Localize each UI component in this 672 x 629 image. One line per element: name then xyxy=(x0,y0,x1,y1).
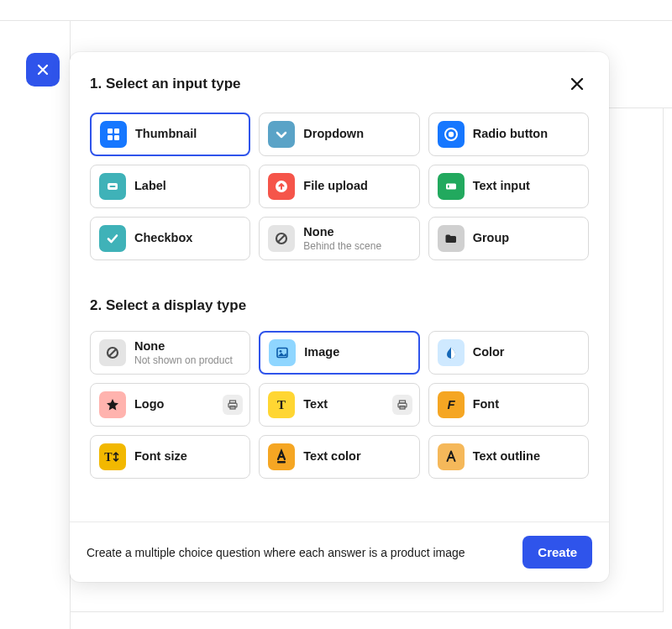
footer-description: Create a multiple choice question where … xyxy=(87,546,465,559)
input-option-group[interactable]: Group xyxy=(428,217,589,260)
option-sublabel: Not shown on product xyxy=(134,354,233,366)
input-option-text-input[interactable]: Text input xyxy=(428,165,589,208)
option-label: Checkbox xyxy=(134,231,192,245)
display-type-grid: None Not shown on product Image Color xyxy=(90,331,589,479)
svg-rect-2 xyxy=(108,135,113,140)
option-label: Radio button xyxy=(473,127,548,141)
svg-line-14 xyxy=(109,349,116,356)
svg-line-12 xyxy=(278,235,285,242)
option-label: File upload xyxy=(303,179,368,193)
droplet-icon xyxy=(438,339,465,366)
input-option-file-upload[interactable]: File upload xyxy=(259,165,419,208)
display-option-text-color[interactable]: Text color xyxy=(259,435,419,479)
display-option-font[interactable]: F Font xyxy=(428,383,589,427)
display-option-text[interactable]: T Text xyxy=(259,383,419,427)
close-icon xyxy=(570,76,585,92)
input-option-label[interactable]: Label xyxy=(90,165,250,208)
svg-rect-0 xyxy=(108,128,113,134)
panel-close-button[interactable] xyxy=(26,53,60,86)
create-question-modal: 1. Select an input type Thumbnail Dropdo… xyxy=(70,52,609,582)
input-type-heading: 1. Select an input type xyxy=(90,76,241,92)
display-option-color[interactable]: Color xyxy=(428,331,589,375)
option-label: Text outline xyxy=(473,449,540,464)
create-button[interactable]: Create xyxy=(522,536,592,569)
text-outline-icon xyxy=(438,443,465,470)
display-option-none[interactable]: None Not shown on product xyxy=(90,331,250,375)
printer-badge xyxy=(392,395,412,415)
svg-point-16 xyxy=(280,350,282,353)
printer-icon xyxy=(396,399,408,411)
printer-badge xyxy=(223,395,243,415)
star-icon xyxy=(99,391,126,418)
option-label: Image xyxy=(304,345,339,359)
input-option-checkbox[interactable]: Checkbox xyxy=(90,217,250,260)
option-label: Font size xyxy=(134,449,187,464)
option-label: Thumbnail xyxy=(135,127,197,141)
font-icon: F xyxy=(438,391,465,418)
none-icon xyxy=(268,225,295,252)
svg-rect-10 xyxy=(448,186,449,188)
input-option-radio[interactable]: Radio button xyxy=(428,113,589,156)
display-option-image[interactable]: Image xyxy=(259,331,419,375)
text-color-icon xyxy=(268,443,295,470)
option-label: Text input xyxy=(473,179,530,193)
option-label: Text color xyxy=(303,449,360,464)
option-label: None xyxy=(303,225,381,239)
input-option-dropdown[interactable]: Dropdown xyxy=(259,113,419,156)
thumbnail-icon xyxy=(100,121,127,148)
svg-rect-9 xyxy=(446,184,456,190)
radio-icon xyxy=(438,121,465,148)
folder-icon xyxy=(438,225,465,252)
input-option-none[interactable]: None Behind the scene xyxy=(259,217,419,260)
image-icon xyxy=(269,339,296,366)
text-icon: T xyxy=(268,391,295,418)
svg-text:T: T xyxy=(277,398,286,411)
display-option-text-outline[interactable]: Text outline xyxy=(428,435,589,479)
option-label: Logo xyxy=(134,397,164,411)
option-label: None xyxy=(134,339,233,354)
chevron-down-icon xyxy=(268,121,295,148)
input-type-grid: Thumbnail Dropdown Radio button Label xyxy=(90,113,589,260)
svg-rect-1 xyxy=(114,128,119,134)
modal-footer: Create a multiple choice question where … xyxy=(70,522,609,582)
svg-rect-27 xyxy=(277,461,286,463)
checkbox-icon xyxy=(99,225,126,252)
option-label: Group xyxy=(473,231,510,245)
svg-rect-7 xyxy=(110,186,116,187)
svg-text:T: T xyxy=(104,451,113,464)
close-icon xyxy=(37,64,49,76)
upload-icon xyxy=(268,173,295,200)
svg-text:F: F xyxy=(447,397,455,411)
option-label: Dropdown xyxy=(303,127,364,141)
option-sublabel: Behind the scene xyxy=(303,240,381,252)
printer-icon xyxy=(227,399,239,411)
option-label: Label xyxy=(134,179,166,193)
svg-point-5 xyxy=(448,132,453,137)
text-input-icon xyxy=(438,173,465,200)
option-label: Text xyxy=(303,397,328,411)
input-option-thumbnail[interactable]: Thumbnail xyxy=(90,113,250,156)
option-label: Color xyxy=(473,345,505,359)
display-type-heading: 2. Select a display type xyxy=(90,297,589,314)
option-label: Font xyxy=(473,397,499,411)
display-option-font-size[interactable]: T Font size xyxy=(90,435,250,479)
display-option-logo[interactable]: Logo xyxy=(90,383,250,427)
label-icon xyxy=(99,173,126,200)
modal-close-button[interactable] xyxy=(565,72,589,96)
font-size-icon: T xyxy=(99,443,126,470)
none-icon xyxy=(99,339,126,366)
svg-rect-3 xyxy=(114,135,119,140)
